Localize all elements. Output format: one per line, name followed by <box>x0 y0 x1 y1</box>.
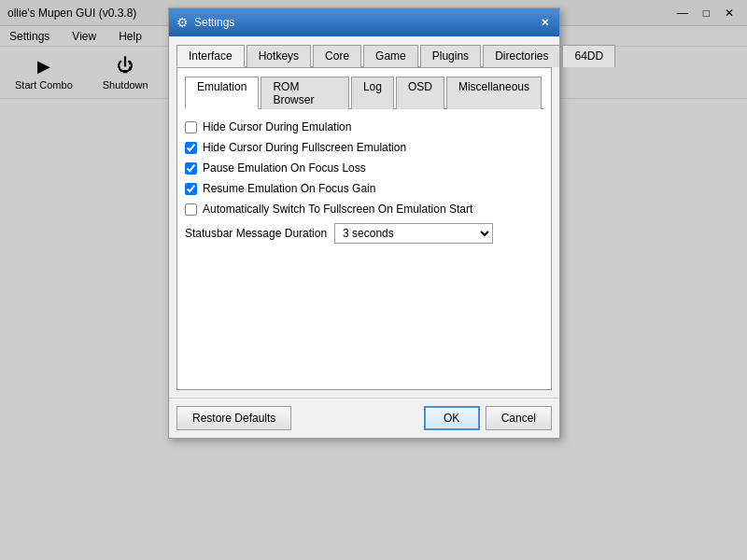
dialog-footer: Restore Defaults OK Cancel <box>169 398 559 438</box>
dialog-title-icon: ⚙ <box>176 15 189 30</box>
statusbar-duration-row: Statusbar Message Duration 1 second 2 se… <box>185 223 543 244</box>
checkbox-resume-focus-gain-input[interactable] <box>185 183 197 195</box>
tab-64dd[interactable]: 64DD <box>562 45 615 67</box>
checkbox-hide-cursor: Hide Cursor During Emulation <box>185 120 543 133</box>
cancel-button[interactable]: Cancel <box>486 406 552 430</box>
dialog-close-btn[interactable]: ✕ <box>537 15 552 30</box>
checkbox-auto-fullscreen: Automatically Switch To Fullscreen On Em… <box>185 203 543 216</box>
checkbox-pause-focus-loss-input[interactable] <box>185 162 197 175</box>
statusbar-duration-label: Statusbar Message Duration <box>185 227 327 240</box>
tab-game[interactable]: Game <box>363 45 418 67</box>
checkbox-hide-cursor-fullscreen: Hide Cursor During Fullscreen Emulation <box>185 141 543 154</box>
checkbox-auto-fullscreen-label[interactable]: Automatically Switch To Fullscreen On Em… <box>203 203 472 216</box>
emulation-settings: Hide Cursor During Emulation Hide Cursor… <box>185 120 543 382</box>
dialog-titlebar: ⚙ Settings ✕ <box>169 8 559 36</box>
checkbox-hide-cursor-input[interactable] <box>185 121 197 133</box>
tab-interface[interactable]: Interface <box>176 45 245 67</box>
checkbox-pause-focus-loss: Pause Emulation On Focus Loss <box>185 161 543 175</box>
restore-defaults-button[interactable]: Restore Defaults <box>176 406 291 430</box>
checkbox-auto-fullscreen-input[interactable] <box>185 203 197 216</box>
checkbox-resume-focus-gain-label[interactable]: Resume Emulation On Focus Gain <box>203 182 375 195</box>
statusbar-duration-select[interactable]: 1 second 2 seconds 3 seconds 5 seconds 1… <box>334 223 493 244</box>
dialog-body: Interface Hotkeys Core Game Plugins Dire… <box>169 36 559 398</box>
sub-tab-log[interactable]: Log <box>351 77 394 109</box>
sub-tab-emulation[interactable]: Emulation <box>185 77 259 109</box>
tab-hotkeys[interactable]: Hotkeys <box>247 45 311 67</box>
sub-tab-row: Emulation ROM Browser Log OSD Miscellane… <box>185 76 543 109</box>
dialog-title: Settings <box>194 16 537 29</box>
sub-tab-miscellaneous[interactable]: Miscellaneous <box>446 77 542 109</box>
tab-directories[interactable]: Directories <box>483 45 560 67</box>
tab-core[interactable]: Core <box>313 45 361 67</box>
ok-button[interactable]: OK <box>424 406 480 430</box>
tab-plugins[interactable]: Plugins <box>420 45 481 67</box>
checkbox-hide-cursor-fullscreen-input[interactable] <box>185 142 197 154</box>
sub-tab-osd[interactable]: OSD <box>396 77 444 109</box>
checkbox-hide-cursor-fullscreen-label[interactable]: Hide Cursor During Fullscreen Emulation <box>203 141 406 154</box>
checkbox-resume-focus-gain: Resume Emulation On Focus Gain <box>185 182 543 195</box>
main-tab-row: Interface Hotkeys Core Game Plugins Dire… <box>176 44 552 67</box>
settings-dialog: ⚙ Settings ✕ Interface Hotkeys Core Game… <box>168 7 560 439</box>
sub-tab-rom-browser[interactable]: ROM Browser <box>261 77 349 109</box>
checkbox-pause-focus-loss-label[interactable]: Pause Emulation On Focus Loss <box>203 161 366 175</box>
inner-panel: Emulation ROM Browser Log OSD Miscellane… <box>176 67 552 390</box>
checkbox-hide-cursor-label[interactable]: Hide Cursor During Emulation <box>203 120 351 133</box>
